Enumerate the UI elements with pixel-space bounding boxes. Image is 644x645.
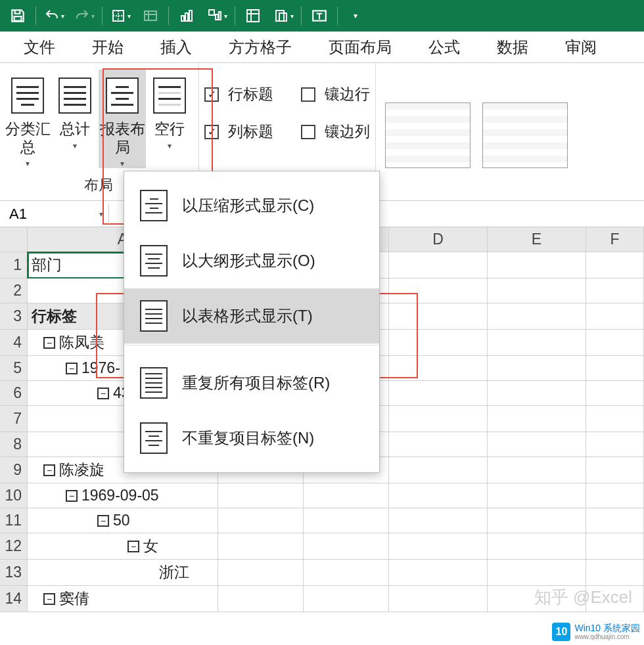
menu-show-outline[interactable]: 以大纲形式显示(O) [124,233,379,288]
border-icon[interactable] [108,3,133,28]
cell[interactable] [488,330,586,356]
row-header[interactable]: 7 [0,406,28,432]
cell[interactable] [586,432,644,457]
cell[interactable] [218,508,304,533]
tab-file[interactable]: 文件 [5,32,74,62]
slicer-icon[interactable] [271,3,296,28]
cell[interactable] [218,533,304,560]
grandtotal-button[interactable]: 总计 ▾ [51,70,99,168]
tab-home[interactable]: 开始 [74,32,142,62]
row-header[interactable]: 9 [0,457,28,483]
collapse-icon[interactable]: − [127,541,139,552]
cell[interactable] [586,330,644,356]
row-header[interactable]: 12 [0,533,28,560]
cell[interactable] [488,483,586,508]
row-header[interactable]: 11 [0,508,28,533]
cell[interactable] [586,560,644,586]
collapse-icon[interactable]: − [43,464,55,476]
row-header[interactable]: 4 [0,330,28,356]
pivot-styles-gallery[interactable] [377,63,576,200]
cell[interactable] [488,586,586,612]
cell[interactable] [488,432,586,457]
undo-icon[interactable] [41,3,66,28]
cell[interactable]: −1969-09-05 [28,483,218,508]
collapse-icon[interactable]: − [97,388,109,399]
banded-cols-checkbox[interactable] [301,125,315,139]
cell[interactable] [389,381,488,406]
cell[interactable] [586,278,644,303]
cell[interactable] [304,560,389,586]
cell[interactable]: −女 [28,533,218,560]
row-headers-checkbox[interactable]: ✓ [204,87,219,102]
row-header[interactable]: 14 [0,586,28,612]
row-header[interactable]: 5 [0,356,28,381]
save-icon[interactable] [5,3,30,28]
menu-repeat-labels[interactable]: 重复所有项目标签(R) [124,355,379,411]
chart-icon[interactable] [174,3,199,28]
menu-no-repeat-labels[interactable]: 不重复项目标签(N) [124,411,379,466]
cell[interactable] [586,252,644,278]
cell[interactable] [304,508,389,533]
row-header[interactable]: 6 [0,381,28,406]
cell[interactable] [586,457,644,483]
collapse-icon[interactable]: − [43,337,55,349]
cell[interactable] [304,483,389,508]
col-headers-checkbox[interactable]: ✓ [204,125,219,139]
row-header[interactable]: 1 [0,252,28,278]
cell[interactable] [218,586,304,612]
cell[interactable] [488,303,586,330]
cell[interactable] [389,457,488,483]
cell[interactable] [218,483,304,508]
select-all-corner[interactable] [0,227,28,252]
collapse-icon[interactable]: − [43,593,55,605]
tab-insert[interactable]: 插入 [142,32,210,62]
cell[interactable] [488,356,586,381]
cell[interactable] [586,483,644,508]
cell[interactable] [389,432,488,457]
redo-icon[interactable] [72,3,97,28]
cell[interactable] [304,586,389,612]
tab-data[interactable]: 数据 [478,32,547,62]
cell[interactable] [488,533,586,560]
banded-rows-checkbox[interactable] [301,87,315,102]
cell[interactable] [389,508,488,533]
cell[interactable] [488,508,586,533]
cell[interactable] [389,330,488,356]
menu-show-compact[interactable]: 以压缩形式显示(C) [124,178,379,233]
cell[interactable] [586,356,644,381]
row-header[interactable]: 13 [0,560,28,586]
cell[interactable] [488,252,586,278]
tab-formulas[interactable]: 公式 [410,32,478,62]
table-icon[interactable] [138,3,163,28]
cell[interactable] [389,533,488,560]
column-header[interactable]: E [488,227,586,252]
cell[interactable] [389,586,488,612]
cell[interactable] [488,406,586,432]
cell[interactable] [488,457,586,483]
cell[interactable] [488,278,586,303]
cell[interactable] [389,560,488,586]
cell[interactable] [389,356,488,381]
cell[interactable] [218,560,304,586]
row-header[interactable]: 10 [0,483,28,508]
pivot-chart-icon[interactable] [204,3,229,28]
subtotal-button[interactable]: 分类汇总 ▾ [4,70,51,168]
cell[interactable] [389,303,488,330]
pivot-style-thumb[interactable] [482,102,568,168]
cell[interactable]: −窦倩 [28,586,218,612]
tab-fanfan[interactable]: 方方格子 [210,32,310,62]
cell[interactable] [586,381,644,406]
cell[interactable]: −50 [28,508,218,533]
collapse-icon[interactable]: − [97,515,109,527]
row-header[interactable]: 2 [0,278,28,303]
cell[interactable] [586,303,644,330]
cell[interactable] [586,586,644,612]
cell[interactable] [586,508,644,533]
collapse-icon[interactable]: − [66,363,78,374]
cell[interactable] [389,406,488,432]
pivot-style-thumb[interactable] [385,102,471,168]
cell[interactable] [586,406,644,432]
blank-rows-button[interactable]: 空行 ▾ [146,70,193,168]
cell[interactable] [304,533,389,560]
column-header[interactable]: D [389,227,488,252]
